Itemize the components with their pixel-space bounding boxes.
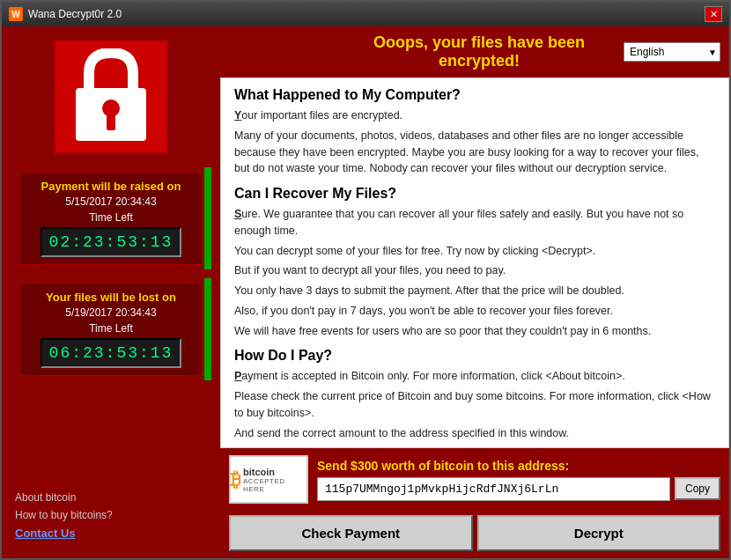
- payment-right: Send $300 worth of bitcoin to this addre…: [317, 459, 720, 501]
- timer2-display: 06:23:53:13: [41, 338, 182, 368]
- timer1-box: Payment will be raised on 5/15/2017 20:3…: [19, 172, 203, 265]
- action-buttons: Check Payment Decrypt: [220, 511, 729, 558]
- send-instruction: Send $300 worth of bitcoin to this addre…: [317, 459, 720, 473]
- timer2-progress: [204, 278, 211, 380]
- header-title: Ooops, your files have been encrypted!: [335, 33, 624, 70]
- bitcoin-name: bitcoin: [243, 467, 306, 477]
- bitcoin-address-input[interactable]: [317, 477, 670, 501]
- payment-area: ₿ bitcoin ACCEPTED HERE Send $300 worth …: [220, 448, 729, 511]
- bitcoin-symbol-icon: ₿: [231, 468, 240, 491]
- section2-title: Can I Recover My Files?: [234, 186, 715, 202]
- padlock-area: [2, 26, 220, 163]
- timer2-label: Time Left: [29, 322, 193, 335]
- check-payment-button[interactable]: Check Payment: [229, 515, 473, 551]
- section2-p1: Sure. We guarantee that you can recover …: [234, 206, 715, 239]
- close-button[interactable]: ✕: [705, 6, 722, 22]
- about-bitcoin-link[interactable]: About bitcoin: [15, 491, 207, 504]
- timer2-date: 5/19/2017 20:34:43: [29, 306, 193, 319]
- bitcoin-logo: ₿ bitcoin ACCEPTED HERE: [229, 455, 308, 504]
- section1-p2: Many of your documents, photos, videos, …: [234, 128, 715, 177]
- left-panel: Payment will be raised on 5/15/2017 20:3…: [2, 26, 220, 558]
- app-icon: W: [9, 7, 23, 21]
- links-area: About bitcoin How to buy bitcoins? Conta…: [2, 385, 220, 558]
- titlebar: W Wana Decrypt0r 2.0 ✕: [2, 2, 729, 26]
- svg-rect-2: [107, 114, 115, 130]
- timer1-date: 5/15/2017 20:34:43: [29, 195, 193, 208]
- main-window: W Wana Decrypt0r 2.0 ✕: [0, 0, 731, 560]
- header-bar: Ooops, your files have been encrypted! E…: [220, 26, 729, 77]
- contact-us-link[interactable]: Contact Us: [15, 527, 207, 540]
- timer1-progress: [204, 167, 211, 269]
- section2-p6: We will have free events for users who a…: [234, 323, 715, 340]
- section2-p5: Also, if you don't pay in 7 days, you wo…: [234, 303, 715, 320]
- section1-p1: Your important files are encrypted.: [234, 107, 715, 124]
- padlock-icon: [71, 48, 151, 145]
- timer1-wrapper: Payment will be raised on 5/15/2017 20:3…: [11, 167, 211, 269]
- payment-row: ₿ bitcoin ACCEPTED HERE Send $300 worth …: [229, 455, 720, 504]
- section3-p3: And send the correct amount to the addre…: [234, 425, 715, 442]
- content-text: What Happened to My Computer? Your impor…: [220, 77, 729, 448]
- copy-button[interactable]: Copy: [675, 477, 720, 500]
- timer2-box: Your files will be lost on 5/19/2017 20:…: [19, 283, 203, 376]
- how-to-buy-link[interactable]: How to buy bitcoins?: [15, 509, 207, 521]
- decrypt-button[interactable]: Decrypt: [477, 515, 721, 551]
- section3-title: How Do I Pay?: [234, 348, 715, 364]
- section1-title: What Happened to My Computer?: [234, 87, 715, 103]
- timer2-title: Your files will be lost on: [29, 291, 193, 304]
- timer2-wrapper: Your files will be lost on 5/19/2017 20:…: [11, 278, 211, 380]
- section2-p2: You can decrypt some of your files for f…: [234, 243, 715, 260]
- timer1-title: Payment will be raised on: [29, 180, 193, 193]
- section2-p4: You only have 3 days to submit the payme…: [234, 283, 715, 299]
- language-wrapper[interactable]: English Español Français Deutsch 中文 Русс…: [624, 42, 720, 62]
- bitcoin-accepted-text: ACCEPTED HERE: [243, 477, 306, 493]
- address-row: Copy: [317, 477, 720, 501]
- window-title: Wana Decrypt0r 2.0: [28, 8, 122, 20]
- section2-p3: But if you want to decrypt all your file…: [234, 262, 715, 279]
- section3-p2: Please check the current price of Bitcoi…: [234, 388, 715, 422]
- main-content: Payment will be raised on 5/15/2017 20:3…: [2, 26, 729, 558]
- titlebar-left: W Wana Decrypt0r 2.0: [9, 7, 122, 21]
- right-panel: Ooops, your files have been encrypted! E…: [220, 26, 729, 558]
- timer1-label: Time Left: [29, 211, 193, 224]
- language-select[interactable]: English Español Français Deutsch 中文 Русс…: [624, 42, 720, 62]
- padlock-image: [54, 40, 168, 154]
- section3-p1: Payment is accepted in Bitcoin only. For…: [234, 368, 715, 385]
- timer1-display: 02:23:53:13: [41, 227, 182, 257]
